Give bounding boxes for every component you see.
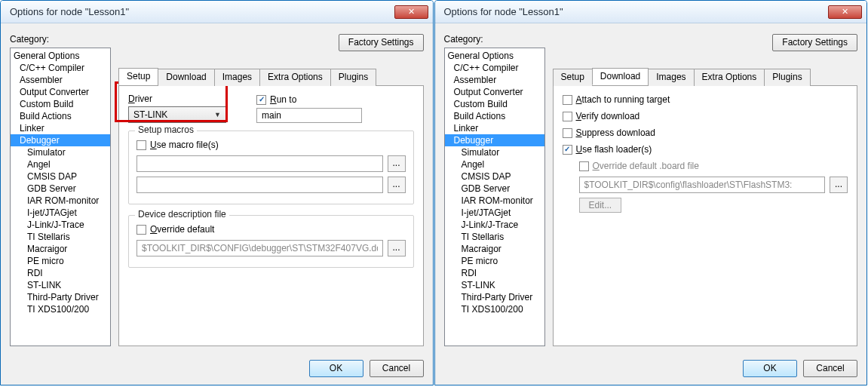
suppress-label: Suppress download [576,127,655,139]
driver-select[interactable]: ST-LINK ▼ [128,106,226,123]
category-item[interactable]: J-Link/J-Trace [445,219,544,231]
tab-images[interactable]: Images [648,69,694,86]
category-item[interactable]: TI Stellaris [445,231,544,243]
category-item[interactable]: RDI [11,267,110,279]
category-item[interactable]: TI Stellaris [11,231,110,243]
category-item[interactable]: Custom Build [11,98,110,110]
category-item[interactable]: General Options [11,50,110,62]
run-to-label: Run to [270,94,296,106]
cancel-button[interactable]: Cancel [370,360,424,377]
tab-download[interactable]: Download [158,69,214,86]
category-item[interactable]: Assembler [11,74,110,86]
board-path-input[interactable] [579,177,826,193]
category-item[interactable]: C/C++ Compiler [11,62,110,74]
cancel-button[interactable]: Cancel [803,360,857,377]
category-item[interactable]: Debugger [11,134,110,146]
tab-extra-options[interactable]: Extra Options [694,69,765,86]
category-item[interactable]: Linker [11,122,110,134]
category-item[interactable]: Build Actions [445,110,544,122]
override-board-checkbox[interactable] [579,161,589,171]
override-default-checkbox[interactable] [136,225,146,235]
browse-button[interactable]: ... [388,177,406,193]
tab-strip: SetupDownloadImagesExtra OptionsPlugins [553,68,858,86]
macro-file-1-input[interactable] [136,155,383,172]
category-listbox[interactable]: General OptionsC/C++ CompilerAssemblerOu… [444,48,545,346]
category-item[interactable]: Output Converter [11,86,110,98]
category-item[interactable]: J-Link/J-Trace [11,219,110,231]
tab-setup[interactable]: Setup [118,68,158,85]
category-item[interactable]: Angel [11,158,110,170]
category-item[interactable]: General Options [445,50,544,62]
category-item[interactable]: Macraigor [445,243,544,255]
ok-button[interactable]: OK [743,360,797,377]
run-to-input[interactable] [256,108,362,123]
tab-plugins[interactable]: Plugins [330,69,376,86]
category-label: Category: [10,34,111,45]
use-flash-checkbox[interactable] [563,145,572,155]
category-item[interactable]: I-jet/JTAGjet [445,207,544,219]
tab-download[interactable]: Download [592,68,649,85]
category-item[interactable]: Output Converter [445,86,544,98]
category-item[interactable]: I-jet/JTAGjet [11,207,110,219]
factory-settings-button[interactable]: Factory Settings [772,34,857,51]
category-item[interactable]: PE micro [11,255,110,267]
category-item[interactable]: RDI [445,267,544,279]
override-board-label: Override default .board file [593,160,699,172]
options-dialog: Options for node "Lesson1" ✕ Category: G… [0,0,434,385]
category-item[interactable]: Angel [445,158,544,170]
category-item[interactable]: CMSIS DAP [445,170,544,183]
tab-setup[interactable]: Setup [553,69,593,86]
category-listbox[interactable]: General OptionsC/C++ CompilerAssemblerOu… [10,48,111,346]
verify-checkbox[interactable] [563,112,572,121]
category-label: Category: [444,34,545,45]
suppress-checkbox[interactable] [563,128,572,138]
attach-checkbox[interactable] [563,95,572,105]
category-item[interactable]: TI XDS100/200 [11,303,110,315]
category-item[interactable]: Macraigor [11,243,110,255]
category-item[interactable]: C/C++ Compiler [445,62,544,74]
device-desc-legend: Device description file [135,209,229,220]
browse-button[interactable]: ... [388,240,406,256]
use-macro-label: Use macro file(s) [150,139,219,151]
close-button[interactable]: ✕ [394,5,428,19]
tab-images[interactable]: Images [214,69,260,86]
ddf-path-input[interactable] [136,240,383,256]
ok-button[interactable]: OK [309,360,363,377]
category-item[interactable]: Third-Party Driver [11,291,110,303]
category-item[interactable]: IAR ROM-monitor [445,195,544,207]
tab-extra-options[interactable]: Extra Options [259,69,331,86]
category-item[interactable]: Simulator [445,146,544,158]
titlebar: Options for node "Lesson1" ✕ [1,1,433,23]
category-item[interactable]: Custom Build [445,98,544,110]
factory-settings-button[interactable]: Factory Settings [339,34,424,51]
category-item[interactable]: Simulator [11,146,110,158]
edit-button[interactable]: Edit... [579,198,622,213]
close-button[interactable]: ✕ [828,5,862,19]
category-item[interactable]: ST-LINK [11,279,110,291]
category-item[interactable]: Build Actions [11,110,110,122]
category-item[interactable]: PE micro [445,255,544,267]
category-item[interactable]: TI XDS100/200 [445,303,544,315]
category-item[interactable]: Linker [445,122,544,134]
category-item[interactable]: Assembler [445,74,544,86]
tab-panel-download: Attach to running target Verify download… [553,86,858,346]
category-item[interactable]: Third-Party Driver [445,291,544,303]
use-macro-checkbox[interactable] [136,140,146,150]
driver-value: ST-LINK [133,109,167,120]
titlebar: Options for node "Lesson1" ✕ [435,1,867,23]
category-item[interactable]: Debugger [445,134,544,146]
category-item[interactable]: GDB Server [11,183,110,195]
macro-file-2-input[interactable] [136,177,383,193]
category-item[interactable]: CMSIS DAP [11,170,110,183]
browse-button[interactable]: ... [388,155,406,172]
run-to-checkbox[interactable] [256,95,266,105]
category-item[interactable]: ST-LINK [445,279,544,291]
options-dialog: Options for node "Lesson1" ✕ Category: G… [434,0,868,385]
category-item[interactable]: GDB Server [445,183,544,195]
category-item[interactable]: IAR ROM-monitor [11,195,110,207]
use-flash-label: Use flash loader(s) [576,143,652,155]
override-default-label: Override default [150,223,214,235]
tab-plugins[interactable]: Plugins [764,69,810,86]
browse-button[interactable]: ... [830,177,848,193]
setup-macros-legend: Setup macros [135,124,197,135]
